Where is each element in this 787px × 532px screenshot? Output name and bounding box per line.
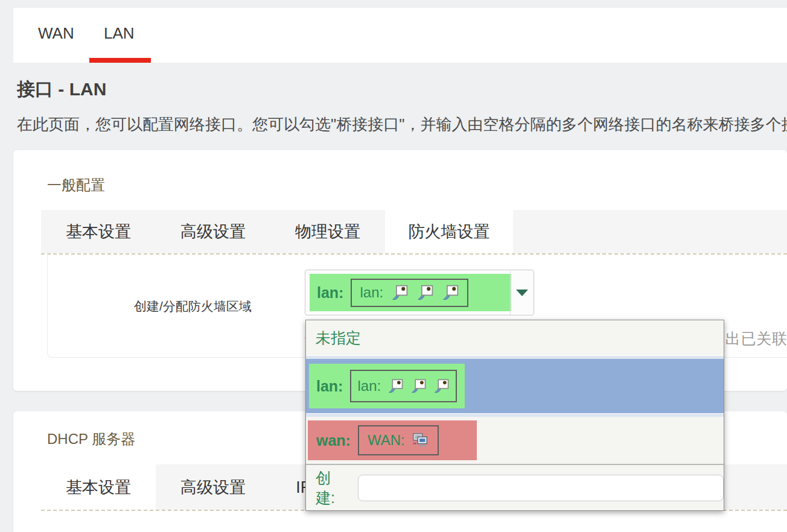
dhcp-server-heading: DHCP 服务器 xyxy=(47,429,135,449)
ethernet-port-icon xyxy=(392,284,409,301)
zone-option-create: 创建: xyxy=(306,465,724,510)
tab-lan[interactable]: LAN xyxy=(104,24,135,43)
page-description: 在此页面，您可以配置网络接口。您可以勾选"桥接接口"，并输入由空格分隔的多个网络… xyxy=(17,114,787,135)
network-label: lan: xyxy=(360,284,383,301)
zone-network-box: WAN: xyxy=(358,425,439,455)
zone-name-label: wan: xyxy=(316,432,351,449)
page: { "header": { "tabs": [ {"label": "WAN"}… xyxy=(0,0,787,532)
tab-firewall-settings[interactable]: 防火墙设置 xyxy=(385,210,513,253)
firewall-zone-field-label: 创建/分配防火墙区域 xyxy=(134,298,252,315)
tab-dhcp-general-setup[interactable]: 基本设置 xyxy=(41,464,156,510)
zone-badge-lan: lan: lan: xyxy=(309,364,465,408)
selected-zone-badge-lan: lan: lan: xyxy=(310,274,511,311)
new-zone-input[interactable] xyxy=(358,475,724,501)
ethernet-port-icon xyxy=(442,284,459,301)
tab-physical-settings[interactable]: 物理设置 xyxy=(270,210,385,253)
top-tab-bar: WAN LAN xyxy=(13,8,787,63)
page-title: 接口 - LAN xyxy=(17,77,106,102)
select-arrow-area[interactable] xyxy=(510,270,534,315)
active-tab-underline xyxy=(89,58,151,63)
firewall-zone-select[interactable]: lan: lan: xyxy=(305,270,534,315)
firewall-zone-dropdown: 未指定 lan: lan: wan: WAN: xyxy=(305,320,724,511)
create-zone-label: 创建: xyxy=(316,468,349,508)
zone-network-box: lan: xyxy=(350,370,457,402)
tab-wan[interactable]: WAN xyxy=(38,24,74,43)
zone-option-lan[interactable]: lan: lan: xyxy=(306,359,724,413)
ethernet-port-icon xyxy=(411,378,427,394)
general-config-tabs: 基本设置 高级设置 物理设置 防火墙设置 xyxy=(41,210,787,253)
unspecified-label: 未指定 xyxy=(316,328,361,348)
zone-badge-wan: wan: WAN: xyxy=(308,420,477,460)
zone-option-wan[interactable]: wan: WAN: xyxy=(306,417,724,464)
zone-network-box: lan: xyxy=(351,279,468,307)
zone-option-unspecified[interactable]: 未指定 xyxy=(306,320,724,355)
ethernet-port-icon xyxy=(417,284,434,301)
chevron-down-icon xyxy=(516,290,528,296)
network-label: WAN: xyxy=(368,432,405,449)
zone-name-label: lan: xyxy=(316,378,343,395)
tab-dhcp-advanced-settings[interactable]: 高级设置 xyxy=(156,464,270,510)
ethernet-port-icon xyxy=(388,378,404,394)
network-icon xyxy=(411,431,429,449)
zone-name-label: lan: xyxy=(317,284,343,302)
network-label: lan: xyxy=(357,378,381,394)
general-config-heading: 一般配置 xyxy=(47,176,105,195)
ethernet-port-icon xyxy=(434,378,450,394)
tab-general-setup[interactable]: 基本设置 xyxy=(41,210,156,253)
tab-advanced-settings[interactable]: 高级设置 xyxy=(156,210,270,253)
